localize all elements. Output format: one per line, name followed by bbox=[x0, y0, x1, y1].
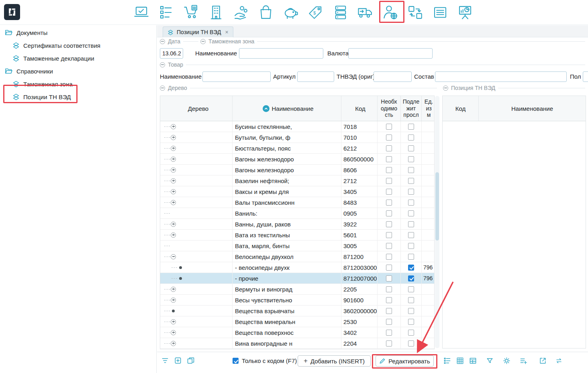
table-row[interactable]: Ваксы и кремы для3405 bbox=[160, 186, 434, 197]
product-name-input[interactable] bbox=[202, 71, 271, 82]
currency-input[interactable] bbox=[348, 48, 433, 59]
gender-input[interactable] bbox=[583, 71, 588, 82]
necessity-checkbox[interactable] bbox=[386, 275, 392, 281]
necessity-checkbox[interactable] bbox=[386, 308, 392, 314]
expand-icon[interactable] bbox=[171, 200, 176, 205]
table-row[interactable]: Вещества минеральн2530 bbox=[160, 316, 434, 327]
necessity-checkbox[interactable] bbox=[386, 135, 392, 141]
table-row[interactable]: Вата из текстильны5601 bbox=[160, 230, 434, 241]
collapse-group-icon[interactable] bbox=[160, 86, 165, 91]
necessity-checkbox[interactable] bbox=[386, 319, 392, 325]
expand-icon[interactable] bbox=[171, 319, 176, 324]
expand-icon[interactable] bbox=[171, 124, 176, 129]
tracked-checkbox[interactable] bbox=[408, 265, 414, 271]
table-row[interactable]: Бюстгальтеры, пояс6212 bbox=[160, 143, 434, 154]
edit-button[interactable]: Редактировать bbox=[376, 355, 434, 367]
hand-coins-icon[interactable] bbox=[232, 4, 250, 21]
detail-column-code[interactable]: Код bbox=[443, 96, 479, 121]
necessity-checkbox[interactable] bbox=[386, 286, 392, 292]
tracked-checkbox[interactable] bbox=[408, 340, 414, 347]
necessity-checkbox[interactable] bbox=[386, 189, 392, 195]
filter-lines-icon[interactable] bbox=[161, 357, 169, 365]
table-row[interactable]: Вина виноградные н2204 bbox=[160, 338, 434, 349]
column-header-necessity[interactable]: Необх одимо сть bbox=[378, 96, 401, 121]
column-header-tree[interactable]: Дерево bbox=[160, 96, 233, 121]
table-row[interactable]: Вагоны железнодоро860500000 bbox=[160, 154, 434, 165]
collapse-group-icon[interactable] bbox=[160, 39, 165, 44]
laptop-check-icon[interactable] bbox=[133, 4, 150, 21]
necessity-checkbox[interactable] bbox=[386, 167, 392, 173]
tracked-checkbox[interactable] bbox=[408, 275, 414, 281]
table-grid-icon[interactable] bbox=[456, 357, 464, 365]
expand-icon[interactable] bbox=[171, 287, 176, 292]
table-row-selected[interactable]: - прочие8712007000796 bbox=[160, 273, 434, 284]
sort-asc-icon[interactable] bbox=[263, 105, 270, 112]
necessity-checkbox[interactable] bbox=[386, 124, 392, 130]
necessity-checkbox[interactable] bbox=[386, 156, 392, 162]
collapse-group-icon[interactable] bbox=[200, 39, 206, 44]
tracked-checkbox[interactable] bbox=[408, 200, 414, 206]
tracked-checkbox[interactable] bbox=[408, 210, 414, 216]
swap-squares-icon[interactable] bbox=[406, 4, 424, 21]
copy-icon[interactable] bbox=[187, 357, 195, 365]
tracked-checkbox[interactable] bbox=[408, 319, 414, 325]
table-row[interactable]: Вещества поверхнос3402 bbox=[160, 327, 434, 338]
zone-name-input[interactable] bbox=[239, 48, 323, 59]
table-row[interactable]: Ваниль:0905 bbox=[160, 208, 434, 219]
tracked-checkbox[interactable] bbox=[408, 145, 414, 151]
package-lines-icon[interactable] bbox=[431, 4, 449, 21]
table-row[interactable]: Вермуты и виноград2205 bbox=[160, 284, 434, 295]
detail-column-name[interactable]: Наименование bbox=[479, 96, 586, 121]
tracked-checkbox[interactable] bbox=[408, 308, 414, 314]
tab-positions-tnved[interactable]: Позиции ТН ВЭД × bbox=[163, 26, 233, 37]
table-row[interactable]: Ванны, души, раков3922 bbox=[160, 219, 434, 230]
necessity-checkbox[interactable] bbox=[386, 243, 392, 249]
collapse-group-icon[interactable] bbox=[160, 62, 165, 67]
person-globe-icon[interactable] bbox=[382, 4, 399, 21]
expand-icon[interactable] bbox=[171, 222, 176, 227]
expand-icon[interactable] bbox=[171, 157, 176, 162]
building-icon[interactable] bbox=[207, 4, 225, 21]
collapse-icon[interactable] bbox=[171, 254, 176, 259]
date-input[interactable] bbox=[160, 48, 183, 59]
truck-icon[interactable] bbox=[357, 4, 374, 21]
sidebar-item-declarations[interactable]: Таможенные декларации bbox=[0, 52, 156, 65]
insert-box-icon[interactable] bbox=[174, 357, 182, 365]
tracked-checkbox[interactable] bbox=[408, 254, 414, 260]
vertical-scrollbar[interactable] bbox=[435, 96, 439, 348]
column-header-code[interactable]: Код bbox=[341, 96, 378, 121]
necessity-checkbox[interactable] bbox=[386, 200, 392, 206]
sidebar-item-customs-zone[interactable]: Таможенная зона bbox=[0, 77, 156, 90]
necessity-checkbox[interactable] bbox=[386, 178, 392, 184]
collapse-group-icon[interactable] bbox=[443, 86, 448, 91]
expand-icon[interactable] bbox=[171, 146, 176, 151]
necessity-checkbox[interactable] bbox=[386, 297, 392, 303]
tab-close-icon[interactable]: × bbox=[225, 29, 228, 35]
piggy-bank-icon[interactable] bbox=[282, 4, 300, 21]
table-row[interactable]: - велосипеды двухк8712003000796 bbox=[160, 262, 434, 273]
tracked-checkbox[interactable] bbox=[408, 232, 414, 238]
swap-icon[interactable] bbox=[555, 357, 563, 365]
table-row[interactable]: Вата, марля, бинты3005 bbox=[160, 241, 434, 251]
necessity-checkbox[interactable] bbox=[386, 340, 392, 347]
presentation-icon[interactable] bbox=[456, 4, 474, 21]
gear-icon[interactable] bbox=[503, 357, 510, 365]
server-rack-icon[interactable] bbox=[332, 4, 349, 21]
tracked-checkbox[interactable] bbox=[408, 297, 414, 303]
necessity-checkbox[interactable] bbox=[386, 232, 392, 238]
sidebar-section-references[interactable]: Справочники bbox=[0, 65, 156, 77]
table-row[interactable]: Вагоны железнодоро8606 bbox=[160, 165, 434, 175]
column-header-tracked[interactable]: Подле жит просл bbox=[401, 96, 422, 121]
sidebar-item-positions-tnved[interactable]: Позиции ТН ВЭД bbox=[0, 90, 156, 103]
table-row[interactable]: Вещества взрывчаты3602000000 bbox=[160, 306, 434, 316]
sidebar-item-certificates[interactable]: Сертификаты соответствия bbox=[0, 39, 156, 52]
export-icon[interactable] bbox=[539, 357, 547, 365]
necessity-checkbox[interactable] bbox=[386, 221, 392, 227]
tracked-checkbox[interactable] bbox=[408, 330, 414, 336]
necessity-checkbox[interactable] bbox=[386, 265, 392, 271]
list-add-icon[interactable] bbox=[520, 357, 527, 365]
article-input[interactable] bbox=[297, 71, 334, 82]
necessity-checkbox[interactable] bbox=[386, 145, 392, 151]
column-header-unit[interactable]: Ед. из м bbox=[422, 96, 434, 121]
composition-input[interactable] bbox=[435, 71, 567, 82]
